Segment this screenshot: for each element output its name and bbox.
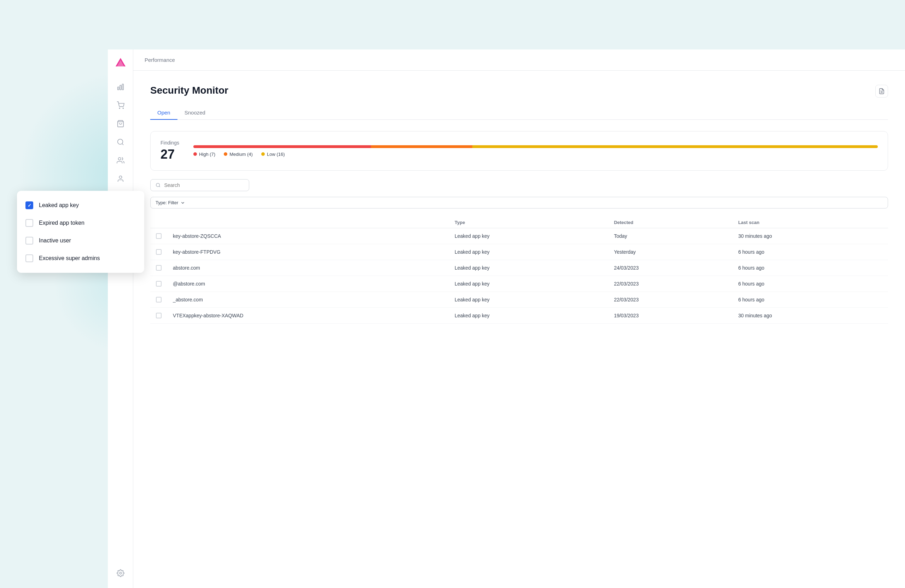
tab-open[interactable]: Open bbox=[150, 106, 178, 120]
dropdown-label-excessive-super-admins: Excessive super admins bbox=[39, 255, 100, 262]
dropdown-item-inactive-user[interactable]: Inactive user bbox=[17, 232, 144, 249]
dropdown-label-leaked-app-key: Leaked app key bbox=[39, 202, 79, 209]
sidebar-item-orders[interactable] bbox=[113, 116, 128, 132]
row-last-scan: 6 hours ago bbox=[732, 244, 888, 260]
row-checkbox-cell[interactable] bbox=[150, 308, 167, 324]
page-title: Security Monitor bbox=[150, 85, 888, 96]
row-checkbox[interactable] bbox=[156, 249, 162, 255]
legend-low: Low (16) bbox=[261, 152, 285, 157]
table-row: @abstore.com Leaked app key 22/03/2023 6… bbox=[150, 276, 888, 292]
row-checkbox-cell[interactable] bbox=[150, 228, 167, 244]
svg-point-20 bbox=[156, 184, 160, 187]
svg-point-6 bbox=[123, 108, 123, 108]
row-checkbox[interactable] bbox=[156, 265, 162, 271]
type-filter-button[interactable]: Type: Filter bbox=[150, 197, 888, 209]
row-detected: 22/03/2023 bbox=[608, 292, 733, 308]
topbar: Performance bbox=[133, 49, 905, 71]
chevron-down-icon bbox=[180, 200, 185, 205]
search-bar[interactable] bbox=[150, 179, 249, 191]
severity-legend: High (7) Medium (4) Low (16) bbox=[194, 152, 878, 157]
findings-label: Findings bbox=[160, 140, 179, 146]
row-detected: 24/03/2023 bbox=[608, 260, 733, 276]
legend-high-label: High (7) bbox=[199, 152, 215, 157]
dot-high-icon bbox=[194, 152, 197, 156]
type-filter-dropdown: Leaked app key Expired app token Inactiv… bbox=[17, 191, 144, 273]
row-type: Leaked app key bbox=[449, 308, 608, 324]
sidebar-item-settings[interactable] bbox=[113, 566, 128, 581]
legend-medium: Medium (4) bbox=[224, 152, 253, 157]
svg-rect-3 bbox=[120, 85, 121, 90]
row-detected: Today bbox=[608, 228, 733, 244]
svg-rect-4 bbox=[122, 84, 123, 90]
dropdown-item-expired-app-token[interactable]: Expired app token bbox=[17, 214, 144, 232]
row-last-scan: 6 hours ago bbox=[732, 276, 888, 292]
dropdown-label-expired-app-token: Expired app token bbox=[39, 220, 84, 226]
dropdown-item-excessive-super-admins[interactable]: Excessive super admins bbox=[17, 249, 144, 267]
row-name: key-abstore-FTPDVG bbox=[167, 244, 449, 260]
export-button[interactable] bbox=[875, 85, 888, 98]
app-shell: Performance Security Monitor Open Snooze… bbox=[108, 49, 905, 588]
row-checkbox-cell[interactable] bbox=[150, 244, 167, 260]
sidebar-item-cart[interactable] bbox=[113, 98, 128, 113]
dot-low-icon bbox=[261, 152, 265, 156]
row-checkbox[interactable] bbox=[156, 233, 162, 239]
legend-medium-label: Medium (4) bbox=[229, 152, 253, 157]
tab-snoozed[interactable]: Snoozed bbox=[178, 106, 213, 120]
sidebar-item-person[interactable] bbox=[113, 171, 128, 187]
findings-number: 27 bbox=[160, 147, 179, 162]
table-header-type: Type bbox=[449, 217, 608, 228]
sidebar bbox=[108, 49, 133, 588]
topbar-title: Performance bbox=[144, 57, 175, 63]
row-name: key-abstore-ZQSCCA bbox=[167, 228, 449, 244]
row-checkbox-cell[interactable] bbox=[150, 276, 167, 292]
bar-medium bbox=[371, 145, 472, 148]
svg-rect-2 bbox=[117, 87, 119, 90]
table-row: _abstore.com Leaked app key 22/03/2023 6… bbox=[150, 292, 888, 308]
row-detected: 22/03/2023 bbox=[608, 276, 733, 292]
dropdown-checkbox-expired-app-token[interactable] bbox=[25, 219, 33, 227]
sidebar-item-users[interactable] bbox=[113, 153, 128, 168]
search-icon bbox=[156, 182, 160, 188]
search-input[interactable] bbox=[164, 182, 244, 188]
row-detected: Yesterday bbox=[608, 244, 733, 260]
dot-medium-icon bbox=[224, 152, 227, 156]
findings-table: Type Detected Last scan key-abstore-ZQSC… bbox=[150, 217, 888, 324]
row-type: Leaked app key bbox=[449, 292, 608, 308]
svg-point-17 bbox=[119, 572, 122, 574]
findings-chart: High (7) Medium (4) Low (16) bbox=[194, 145, 878, 157]
filter-label: Type: Filter bbox=[156, 200, 178, 205]
svg-point-10 bbox=[118, 158, 121, 160]
row-last-scan: 30 minutes ago bbox=[732, 308, 888, 324]
row-detected: 19/03/2023 bbox=[608, 308, 733, 324]
row-type: Leaked app key bbox=[449, 228, 608, 244]
findings-count-section: Findings 27 bbox=[160, 140, 179, 162]
dropdown-checkbox-inactive-user[interactable] bbox=[25, 237, 33, 244]
table-row: key-abstore-FTPDVG Leaked app key Yester… bbox=[150, 244, 888, 260]
row-checkbox-cell[interactable] bbox=[150, 292, 167, 308]
row-checkbox-cell[interactable] bbox=[150, 260, 167, 276]
dropdown-checkbox-excessive-super-admins[interactable] bbox=[25, 254, 33, 262]
findings-card: Findings 27 High (7) bbox=[150, 131, 888, 171]
row-type: Leaked app key bbox=[449, 276, 608, 292]
table-row: VTEXappkey-abstore-XAQWAD Leaked app key… bbox=[150, 308, 888, 324]
row-last-scan: 30 minutes ago bbox=[732, 228, 888, 244]
logo[interactable] bbox=[115, 57, 126, 69]
svg-point-11 bbox=[119, 176, 122, 178]
legend-low-label: Low (16) bbox=[267, 152, 285, 157]
row-name: VTEXappkey-abstore-XAQWAD bbox=[167, 308, 449, 324]
row-checkbox[interactable] bbox=[156, 313, 162, 319]
dropdown-item-leaked-app-key[interactable]: Leaked app key bbox=[17, 197, 144, 214]
dropdown-checkbox-leaked-app-key[interactable] bbox=[25, 201, 33, 209]
table-header-last-scan: Last scan bbox=[732, 217, 888, 228]
sidebar-item-search[interactable] bbox=[113, 134, 128, 150]
row-type: Leaked app key bbox=[449, 244, 608, 260]
sidebar-item-analytics[interactable] bbox=[113, 79, 128, 95]
dropdown-label-inactive-user: Inactive user bbox=[39, 238, 71, 244]
content-area: Security Monitor Open Snoozed Findings 2… bbox=[133, 71, 905, 588]
bar-high bbox=[194, 145, 371, 148]
row-type: Leaked app key bbox=[449, 260, 608, 276]
row-checkbox[interactable] bbox=[156, 297, 162, 303]
table-row: key-abstore-ZQSCCA Leaked app key Today … bbox=[150, 228, 888, 244]
row-checkbox[interactable] bbox=[156, 281, 162, 287]
row-name: _abstore.com bbox=[167, 292, 449, 308]
